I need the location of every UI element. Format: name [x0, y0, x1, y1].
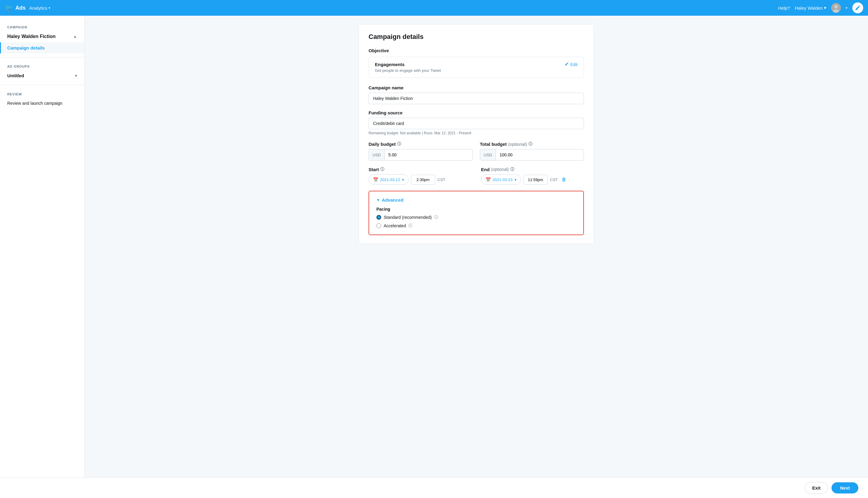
start-label: Start ⓘ	[368, 167, 471, 172]
total-budget-info-icon[interactable]: ⓘ	[528, 141, 532, 147]
funding-source-group: Funding source Remaining budget: Not ava…	[368, 110, 584, 135]
funding-hint: Remaining budget: Not available | Runs: …	[368, 131, 584, 135]
content-card: Campaign details Objective Engagements G…	[358, 24, 594, 244]
daily-budget-input[interactable]	[384, 149, 472, 160]
start-info-icon[interactable]: ⓘ	[380, 167, 384, 172]
campaign-name-group: Campaign name	[368, 85, 584, 104]
analytics-menu[interactable]: Analytics ▾	[29, 5, 50, 11]
pacing-accelerated-radio[interactable]	[376, 223, 381, 228]
budget-row: Daily budget ⓘ USD Total budget (optiona…	[368, 141, 584, 160]
sidebar-item-campaign-details[interactable]: Campaign details	[0, 42, 84, 53]
user-menu[interactable]: Haley Walden ▾	[795, 5, 826, 11]
review-label: Review and launch campaign	[7, 101, 63, 106]
campaign-details-label: Campaign details	[7, 45, 45, 50]
campaign-section-label: CAMPAIGN	[0, 22, 84, 31]
calendar-icon: 📅	[373, 177, 378, 182]
topnav-right: Help? Haley Walden ▾ ▾	[778, 2, 863, 13]
daily-budget-info-icon[interactable]: ⓘ	[397, 141, 401, 147]
end-info-icon[interactable]: ⓘ	[510, 167, 514, 172]
start-date-chevron-icon: ▾	[402, 178, 404, 182]
start-date-group: Start ⓘ 📅 2021-03-12 ▾ CST	[368, 167, 471, 185]
end-date-chevron-icon: ▾	[515, 178, 517, 182]
start-timezone-label: CST	[438, 178, 446, 182]
campaign-name-input[interactable]	[368, 93, 584, 104]
help-link[interactable]: Help?	[778, 5, 790, 11]
total-budget-input-row: USD	[480, 149, 584, 160]
date-row: Start ⓘ 📅 2021-03-12 ▾ CST	[368, 167, 584, 185]
end-calendar-icon: 📅	[486, 177, 491, 182]
total-budget-group: Total budget (optional) ⓘ USD	[480, 141, 584, 160]
adgroups-section-label: AD GROUPS	[0, 61, 84, 70]
advanced-chevron-icon: ▼	[376, 198, 380, 202]
start-time-input[interactable]	[411, 175, 435, 185]
objective-box: Engagements Get people to engage with yo…	[368, 57, 584, 78]
sidebar-item-review[interactable]: Review and launch campaign	[0, 98, 84, 109]
edit-label: Edit	[570, 62, 578, 67]
daily-budget-group: Daily budget ⓘ USD	[368, 141, 473, 160]
total-budget-label: Total budget (optional) ⓘ	[480, 141, 584, 147]
pacing-accelerated-info-icon[interactable]: ⓘ	[408, 223, 412, 228]
sidebar-divider-1	[0, 57, 84, 57]
funding-source-input	[368, 118, 584, 129]
start-date-value: 2021-03-12	[380, 178, 400, 182]
pacing-standard-radio[interactable]	[376, 215, 381, 220]
adgroup-name-text: Untitled	[7, 73, 24, 78]
adgroup-chevron-icon: ▾	[75, 74, 77, 78]
total-budget-optional: (optional)	[508, 142, 527, 147]
objective-info: Engagements Get people to engage with yo…	[375, 62, 441, 73]
start-date-picker[interactable]: 📅 2021-03-12 ▾	[368, 174, 409, 185]
svg-point-1	[834, 5, 838, 9]
end-date-value: 2021-03-23	[492, 178, 513, 182]
main-content: Campaign details Objective Engagements G…	[84, 16, 868, 498]
page-title: Campaign details	[368, 33, 584, 41]
analytics-label: Analytics	[29, 5, 48, 11]
funding-source-label: Funding source	[368, 110, 584, 115]
advanced-toggle[interactable]: ▼ Advanced	[376, 197, 576, 202]
end-time-input[interactable]	[524, 175, 548, 185]
objective-title: Engagements	[375, 62, 441, 67]
objective-section-label: Objective	[368, 48, 584, 53]
objective-section: Objective Engagements Get people to enga…	[368, 48, 584, 78]
sidebar-adgroup-name[interactable]: Untitled ▾	[0, 70, 84, 81]
pacing-standard-info-icon[interactable]: ⓘ	[434, 214, 438, 220]
pacing-label: Pacing	[376, 207, 576, 212]
user-chevron-icon: ▾	[824, 5, 826, 11]
end-date-group: End (optional) ⓘ 📅 2021-03-23 ▾ CST 🗑	[481, 167, 584, 185]
edit-link[interactable]: Edit	[565, 62, 578, 67]
top-nav: 🐦 Ads Analytics ▾ Help? Haley Walden ▾ ▾	[0, 0, 868, 16]
pacing-accelerated-option[interactable]: Accelerated ⓘ	[376, 223, 576, 228]
pacing-standard-option[interactable]: Standard (recommended) ⓘ	[376, 214, 576, 220]
compose-button[interactable]	[852, 2, 863, 13]
exit-button[interactable]: Exit	[805, 482, 828, 494]
sidebar: CAMPAIGN Haley Walden Fiction ▲ Campaign…	[0, 16, 84, 498]
campaign-chevron-icon: ▲	[73, 35, 77, 39]
user-name-label: Haley Walden	[795, 5, 823, 11]
end-date-delete-icon[interactable]: 🗑	[561, 177, 566, 182]
avatar[interactable]	[831, 3, 841, 13]
sidebar-campaign-name[interactable]: Haley Walden Fiction ▲	[0, 31, 84, 42]
end-date-picker[interactable]: 📅 2021-03-23 ▾	[481, 174, 521, 185]
twitter-logo-icon: 🐦	[5, 4, 13, 12]
end-optional: (optional)	[491, 167, 508, 172]
end-label: End (optional) ⓘ	[481, 167, 584, 172]
total-budget-currency: USD	[480, 149, 496, 160]
daily-budget-label: Daily budget ⓘ	[368, 141, 473, 147]
daily-budget-input-row: USD	[368, 149, 473, 160]
pacing-accelerated-label: Accelerated	[384, 223, 406, 228]
main-layout: CAMPAIGN Haley Walden Fiction ▲ Campaign…	[0, 16, 868, 498]
start-inputs: 📅 2021-03-12 ▾ CST	[368, 174, 471, 185]
end-inputs: 📅 2021-03-23 ▾ CST 🗑	[481, 174, 584, 185]
analytics-chevron-icon: ▾	[49, 6, 50, 10]
pacing-radio-group: Standard (recommended) ⓘ Accelerated ⓘ	[376, 214, 576, 228]
user-dropdown-chevron-icon[interactable]: ▾	[846, 6, 847, 10]
brand-label: Ads	[15, 5, 26, 11]
end-timezone-label: CST	[550, 178, 558, 182]
next-button[interactable]: Next	[831, 482, 858, 494]
advanced-section: ▼ Advanced Pacing Standard (recommended)…	[368, 191, 584, 235]
edit-icon	[565, 62, 569, 67]
campaign-name-label: Campaign name	[368, 85, 584, 90]
review-section-label: REVIEW	[0, 89, 84, 98]
total-budget-input[interactable]	[496, 149, 584, 160]
objective-desc: Get people to engage with your Tweet	[375, 68, 441, 73]
advanced-title-text: Advanced	[382, 197, 404, 202]
